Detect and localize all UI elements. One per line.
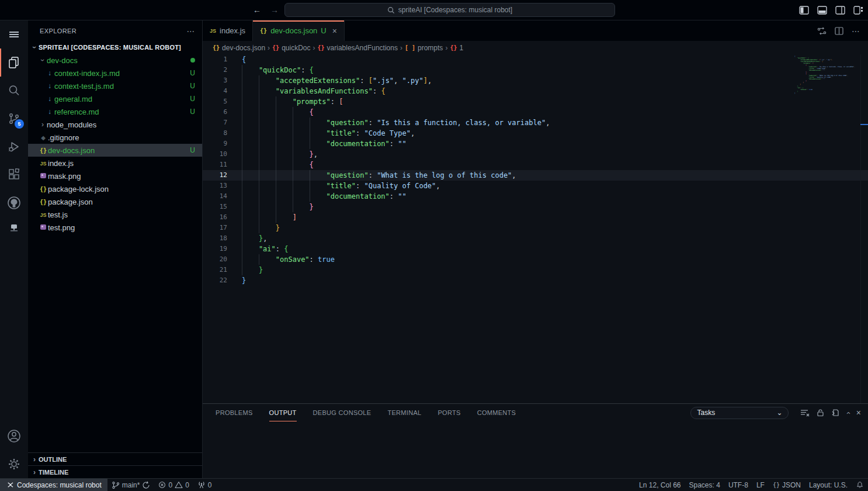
- minimap[interactable]: {"quickDoc": {"acceptedExtensions": [".j…: [794, 56, 844, 94]
- line-number[interactable]: 21: [203, 265, 227, 275]
- lock-icon[interactable]: [817, 409, 824, 417]
- output-channel-dropdown[interactable]: Tasks ⌄: [690, 407, 789, 419]
- code-line-9[interactable]: 9"documentation": "": [203, 139, 868, 149]
- remote-explorer-icon[interactable]: [0, 217, 28, 240]
- file-tree-item-node-modules[interactable]: ›node_modules: [28, 118, 202, 131]
- code-line-7[interactable]: 7"question": "Is this a function, class,…: [203, 117, 868, 128]
- file-tree-item-package-json[interactable]: {}package.json: [28, 195, 202, 208]
- code-line-18[interactable]: 18},: [203, 233, 868, 244]
- file-tree-item-dev-docs-json[interactable]: {}dev-docs.jsonU: [28, 144, 202, 157]
- line-number[interactable]: 8: [203, 128, 227, 139]
- command-center-search[interactable]: spriteAI [Codespaces: musical robot]: [284, 3, 615, 17]
- panel-tab-debug-console[interactable]: DEBUG CONSOLE: [313, 404, 371, 421]
- line-number[interactable]: 11: [203, 160, 227, 170]
- close-tab-icon[interactable]: ×: [332, 26, 337, 36]
- line-number[interactable]: 17: [203, 223, 227, 233]
- code-line-8[interactable]: 8"title": "Code Type",: [203, 128, 868, 139]
- panel-tab-ports[interactable]: PORTS: [438, 404, 460, 421]
- split-editor-icon[interactable]: [835, 27, 843, 35]
- git-branch-indicator[interactable]: main*: [107, 479, 155, 491]
- menu-icon[interactable]: [0, 20, 28, 49]
- code-line-20[interactable]: 20"onSave": true: [203, 254, 868, 265]
- settings-gear-icon[interactable]: [0, 450, 28, 478]
- github-icon[interactable]: [0, 189, 28, 217]
- panel-tab-problems[interactable]: PROBLEMS: [216, 404, 253, 421]
- line-number[interactable]: 13: [203, 181, 227, 191]
- file-tree-item-test-png[interactable]: test.png: [28, 221, 202, 234]
- panel-tab-comments[interactable]: COMMENTS: [477, 404, 516, 421]
- extensions-icon[interactable]: [0, 161, 28, 189]
- ports-indicator[interactable]: 0: [193, 479, 216, 491]
- line-number[interactable]: 3: [203, 75, 227, 86]
- line-number[interactable]: 6: [203, 107, 227, 117]
- code-line-1[interactable]: 1{: [203, 54, 868, 65]
- line-number[interactable]: 18: [203, 233, 227, 244]
- code-line-4[interactable]: 4"variablesAndFunctions": {: [203, 86, 868, 96]
- line-number[interactable]: 12: [203, 170, 227, 181]
- customize-layout-icon[interactable]: [852, 4, 864, 16]
- tab-dev-docs-json[interactable]: {} dev-docs.json U ×: [253, 20, 345, 41]
- breadcrumb-item[interactable]: {}quickDoc: [272, 44, 310, 52]
- timeline-section-header[interactable]: › TIMELINE: [28, 465, 202, 478]
- line-number[interactable]: 7: [203, 117, 227, 128]
- code-line-3[interactable]: 3"acceptedExtensions": [".js", ".py"],: [203, 75, 868, 86]
- line-number[interactable]: 16: [203, 212, 227, 223]
- outline-section-header[interactable]: › OUTLINE: [28, 452, 202, 465]
- more-actions-icon[interactable]: ⋯: [852, 26, 860, 36]
- line-number[interactable]: 2: [203, 65, 227, 75]
- panel-tab-terminal[interactable]: TERMINAL: [387, 404, 421, 421]
- code-line-14[interactable]: 14"documentation": "": [203, 191, 868, 202]
- line-number[interactable]: 15: [203, 202, 227, 212]
- code-line-2[interactable]: 2"quickDoc": {: [203, 65, 868, 75]
- breadcrumb-item[interactable]: {}variablesAndFunctions: [318, 44, 398, 52]
- run-debug-icon[interactable]: [0, 133, 28, 161]
- tab-index-js[interactable]: JS index.js: [203, 20, 253, 41]
- account-icon[interactable]: [0, 422, 28, 450]
- code-line-12[interactable]: 12"question": "What is the log o of this…: [203, 170, 868, 181]
- breadcrumb-item[interactable]: {}1: [450, 44, 463, 52]
- code-line-10[interactable]: 10},: [203, 149, 868, 160]
- code-line-11[interactable]: 11{: [203, 160, 868, 170]
- code-line-15[interactable]: 15}: [203, 202, 868, 212]
- line-number[interactable]: 10: [203, 149, 227, 160]
- breadcrumb-item[interactable]: [ ]prompts: [405, 44, 443, 52]
- file-tree-item-test-js[interactable]: JStest.js: [28, 208, 202, 221]
- language-mode-indicator[interactable]: {} JSON: [769, 481, 805, 489]
- source-control-icon[interactable]: 5: [0, 105, 28, 133]
- line-number[interactable]: 20: [203, 254, 227, 265]
- close-panel-icon[interactable]: ×: [856, 408, 861, 417]
- code-line-19[interactable]: 19"ai": {: [203, 244, 868, 254]
- indentation-indicator[interactable]: Spaces: 4: [685, 481, 724, 489]
- code-line-13[interactable]: 13"title": "Quality of Code",: [203, 181, 868, 191]
- code-line-5[interactable]: 5"prompts": [: [203, 96, 868, 107]
- file-tree-item-context-index-js-md[interactable]: ↓context-index.js.mdU: [28, 67, 202, 79]
- line-number[interactable]: 22: [203, 275, 227, 286]
- clear-output-icon[interactable]: [800, 409, 810, 417]
- panel-tab-output[interactable]: OUTPUT: [269, 404, 297, 421]
- explorer-icon[interactable]: [0, 49, 28, 77]
- line-number[interactable]: 19: [203, 244, 227, 254]
- code-line-22[interactable]: 22}: [203, 275, 868, 286]
- code-editor[interactable]: 1{2"quickDoc": {3"acceptedExtensions": […: [203, 54, 868, 403]
- code-line-6[interactable]: 6{: [203, 107, 868, 117]
- nav-back-button[interactable]: ←: [251, 4, 263, 16]
- breadcrumb-item[interactable]: {}dev-docs.json: [213, 44, 265, 52]
- eol-indicator[interactable]: LF: [752, 481, 769, 489]
- code-line-16[interactable]: 16]: [203, 212, 868, 223]
- code-line-21[interactable]: 21}: [203, 265, 868, 275]
- toggle-sidebar-icon[interactable]: [797, 4, 810, 16]
- toggle-panel-icon[interactable]: [815, 4, 828, 16]
- maximize-panel-icon[interactable]: ›: [843, 412, 852, 414]
- encoding-indicator[interactable]: UTF-8: [724, 481, 752, 489]
- problems-indicator[interactable]: 0 0: [154, 479, 193, 491]
- file-tree-item-mask-png[interactable]: mask.png: [28, 170, 202, 182]
- workspace-section-header[interactable]: › SPRITEAI [CODESPACES: MUSICAL ROBOT]: [28, 41, 202, 54]
- line-number[interactable]: 1: [203, 54, 227, 65]
- remote-indicator[interactable]: Codespaces: musical robot: [0, 479, 107, 491]
- code-line-17[interactable]: 17}: [203, 223, 868, 233]
- file-tree-item-general-md[interactable]: ↓general.mdU: [28, 92, 202, 105]
- file-tree-item-index-js[interactable]: JSindex.js: [28, 157, 202, 170]
- notifications-bell[interactable]: [852, 481, 868, 489]
- toggle-secondary-sidebar-icon[interactable]: [834, 4, 846, 16]
- open-changes-icon[interactable]: [817, 26, 827, 36]
